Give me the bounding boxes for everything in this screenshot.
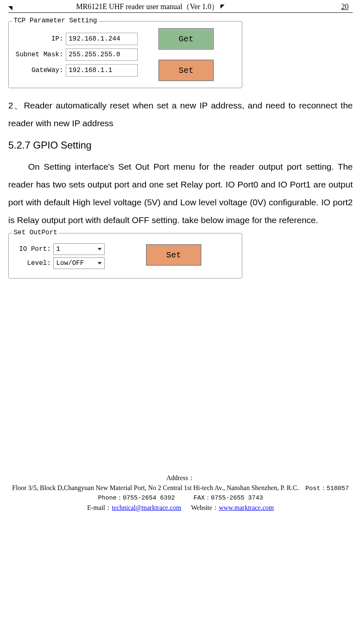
level-select[interactable]: Low/OFF	[53, 257, 105, 269]
level-label: Level:	[14, 260, 53, 267]
page-header: MR6121E UHF reader user manual（Ver 1.0） …	[8, 0, 353, 13]
ip-input[interactable]: 192.168.1.244	[66, 33, 138, 45]
subnet-mask-input[interactable]: 255.255.255.0	[66, 48, 138, 61]
page-number: 20	[341, 2, 353, 11]
footer-fax-value: 0755-2655 3743	[211, 495, 263, 502]
section-heading-gpio: 5.2.7 GPIO Setting	[8, 139, 353, 151]
set-outport-panel: Set OutPort IO Port: 1 Level: Low/OFF	[8, 233, 242, 279]
footer-website-link[interactable]: www.marktrace.com	[219, 504, 274, 511]
footer-post-value: 518057	[327, 485, 349, 492]
paragraph-gpio: On Setting interface's Set Out Port menu…	[8, 158, 353, 229]
gateway-input[interactable]: 192.168.1.1	[66, 64, 138, 77]
set-button[interactable]: Set	[158, 60, 214, 81]
io-port-label: IO Port:	[14, 245, 53, 253]
outport-set-button[interactable]: Set	[146, 244, 201, 266]
triangle-right-icon	[220, 5, 225, 9]
footer-email-link[interactable]: technical@marktrace.com	[112, 504, 181, 511]
paragraph-reset-note: 2、Reader automatically reset when set a …	[8, 96, 353, 132]
triangle-left-icon	[8, 6, 12, 10]
footer-phone-value: 0755-2654 6392	[123, 495, 175, 502]
page-footer: Address： Floor 3/5, Block D,Changyuan Ne…	[0, 473, 361, 518]
gateway-label: GateWay:	[14, 67, 66, 74]
io-port-select[interactable]: 1	[53, 243, 105, 255]
ip-label: IP:	[14, 35, 66, 43]
footer-address-label: Address：	[166, 474, 194, 481]
outport-panel-title: Set OutPort	[12, 229, 59, 236]
footer-address-line: Floor 3/5, Block D,Changyuan New Materia…	[12, 484, 299, 491]
footer-post-label: Post：	[306, 485, 327, 492]
chevron-down-icon	[98, 262, 102, 264]
footer-phone-label: Phone：	[98, 495, 123, 502]
header-title: MR6121E UHF reader user manual（Ver 1.0）	[76, 2, 219, 11]
level-value: Low/OFF	[56, 260, 84, 267]
footer-fax-label: FAX：	[194, 495, 211, 502]
get-button[interactable]: Get	[158, 28, 214, 50]
io-port-value: 1	[56, 245, 60, 253]
tcp-parameter-panel: TCP Parameter Setting IP: 192.168.1.244 …	[8, 21, 242, 88]
tcp-panel-title: TCP Parameter Setting	[12, 17, 99, 24]
footer-website-label: Website：	[191, 504, 219, 511]
chevron-down-icon	[98, 248, 102, 250]
subnet-mask-label: Subnet Mask:	[14, 51, 66, 58]
footer-email-label: E-mail：	[87, 504, 112, 511]
